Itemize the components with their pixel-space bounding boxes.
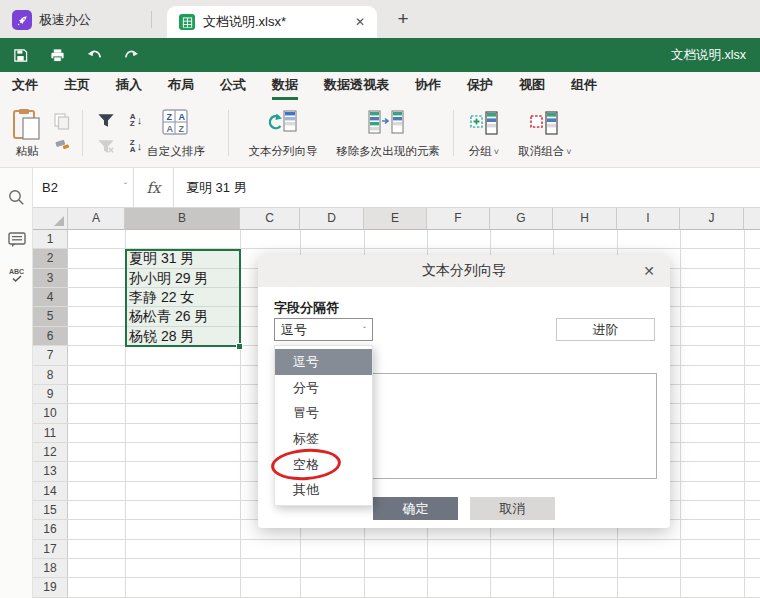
menu-home[interactable]: 主页 [64,72,90,100]
dialog-close-icon[interactable]: ✕ [640,262,658,280]
row-header[interactable]: 8 [33,366,68,384]
paste-label[interactable]: 粘贴 [8,144,46,159]
ok-button[interactable]: 确定 [373,497,458,520]
row-header[interactable]: 14 [33,482,68,500]
delimiter-value: 逗号 [281,321,363,339]
sort-ascending-icon[interactable]: AZ↓ [126,111,146,129]
ungroup-icon[interactable] [530,109,558,137]
row-header[interactable]: 2 [33,249,68,267]
column-header-f[interactable]: F [427,208,490,230]
sort-descending-icon[interactable]: ZA↓ [126,137,146,155]
ribbon-divider [82,110,83,156]
redo-icon[interactable] [121,45,141,65]
filter-icon[interactable] [96,111,116,129]
custom-sort-icon[interactable]: ZAAZ [162,109,188,135]
comment-icon[interactable] [7,230,26,249]
row-header[interactable]: 4 [33,288,68,306]
menu-view[interactable]: 视图 [519,72,545,100]
fx-icon[interactable]: fx [134,168,174,207]
text-to-columns-label[interactable]: 文本分列向导 [242,144,324,159]
row-header[interactable]: 15 [33,501,68,519]
selection-border [125,249,241,346]
row-header[interactable]: 3 [33,269,68,287]
new-tab-button[interactable]: + [392,8,414,30]
text-to-columns-icon[interactable] [266,109,298,137]
remove-duplicates-label[interactable]: 移除多次出现的元素 [333,144,443,159]
column-header-g[interactable]: G [490,208,553,230]
undo-icon[interactable] [84,45,104,65]
column-header-d[interactable]: D [300,208,364,230]
rocket-logo-icon [12,10,32,30]
row-header[interactable]: 19 [33,578,68,596]
dropdown-option-colon[interactable]: 冒号 [275,400,372,426]
select-all-corner[interactable] [33,208,68,230]
ungroup-label[interactable]: 取消组合˅ [514,144,576,159]
row-header[interactable]: 16 [33,520,68,538]
svg-text:A: A [179,112,186,122]
cancel-button[interactable]: 取消 [470,497,555,520]
print-icon[interactable] [47,45,67,65]
app-home-chip[interactable]: 极速办公 [12,8,91,32]
row-header[interactable]: 12 [33,443,68,461]
tab-close-icon[interactable]: ✕ [355,15,365,29]
delimiter-select[interactable]: 逗号 ˇ [274,318,373,341]
name-box[interactable]: B2 ˇ [33,168,134,207]
clear-filter-icon[interactable] [96,137,116,155]
column-header-partial[interactable] [744,208,760,230]
column-header-c[interactable]: C [240,208,300,230]
copy-icon[interactable] [52,112,72,130]
menu-formulas[interactable]: 公式 [220,72,246,100]
row-header[interactable]: 9 [33,385,68,403]
group-label[interactable]: 分组˅ [462,144,506,159]
menu-bar: 文件 主页 插入 布局 公式 数据 数据透视表 协作 保护 视图 组件 [0,72,760,100]
column-header-e[interactable]: E [364,208,427,230]
delimiter-dropdown-list: 逗号 分号 冒号 标签 空格 其他 [274,345,373,506]
fill-handle[interactable] [236,343,243,350]
dropdown-option-comma[interactable]: 逗号 [275,349,372,375]
menu-protect[interactable]: 保护 [467,72,493,100]
document-tab[interactable]: 文档说明.xlsx* ✕ [167,6,377,38]
column-header-a[interactable]: A [68,208,125,230]
grid-row[interactable]: 19 [33,578,760,597]
column-header-b[interactable]: B [125,208,240,230]
advanced-button[interactable]: 进阶 [556,318,655,341]
dropdown-option-semicolon[interactable]: 分号 [275,375,372,401]
row-header[interactable]: 5 [33,307,68,325]
column-header-i[interactable]: I [617,208,680,230]
grid-row[interactable]: 17 [33,540,760,559]
save-icon[interactable] [10,45,30,65]
dropdown-option-other[interactable]: 其他 [275,477,372,503]
dropdown-option-tab[interactable]: 标签 [275,426,372,452]
remove-duplicates-icon[interactable] [368,109,406,137]
menu-insert[interactable]: 插入 [116,72,142,100]
row-header[interactable]: 13 [33,462,68,480]
row-header[interactable]: 11 [33,424,68,442]
row-header[interactable]: 18 [33,559,68,577]
menu-collaborate[interactable]: 协作 [415,72,441,100]
row-header[interactable]: 6 [33,327,68,345]
dialog-title-bar[interactable]: 文本分列向导 ✕ [258,255,670,287]
paste-icon[interactable] [12,108,42,142]
dialog-title: 文本分列向导 [422,262,506,280]
row-header[interactable]: 7 [33,346,68,364]
grid-row[interactable]: 1 [33,230,760,249]
formula-content[interactable]: 夏明 31 男 [174,179,760,197]
menu-layout[interactable]: 布局 [168,72,194,100]
format-painter-icon[interactable] [52,138,72,156]
row-header[interactable]: 17 [33,540,68,558]
search-icon[interactable] [7,188,26,207]
menu-components[interactable]: 组件 [571,72,597,100]
chevron-down-icon[interactable]: ˇ [124,182,127,193]
menu-data[interactable]: 数据 [272,72,298,100]
group-icon[interactable] [470,109,498,137]
row-header[interactable]: 1 [33,230,68,248]
custom-sort-label[interactable]: 自定义排序 [145,144,207,159]
row-header[interactable]: 10 [33,404,68,422]
spellcheck-icon[interactable]: ABC [7,266,26,285]
grid-row[interactable]: 18 [33,559,760,578]
column-header-j[interactable]: J [680,208,744,230]
menu-pivot-table[interactable]: 数据透视表 [324,72,389,100]
menu-file[interactable]: 文件 [12,72,38,100]
name-box-value: B2 [42,180,124,195]
column-header-h[interactable]: H [553,208,617,230]
